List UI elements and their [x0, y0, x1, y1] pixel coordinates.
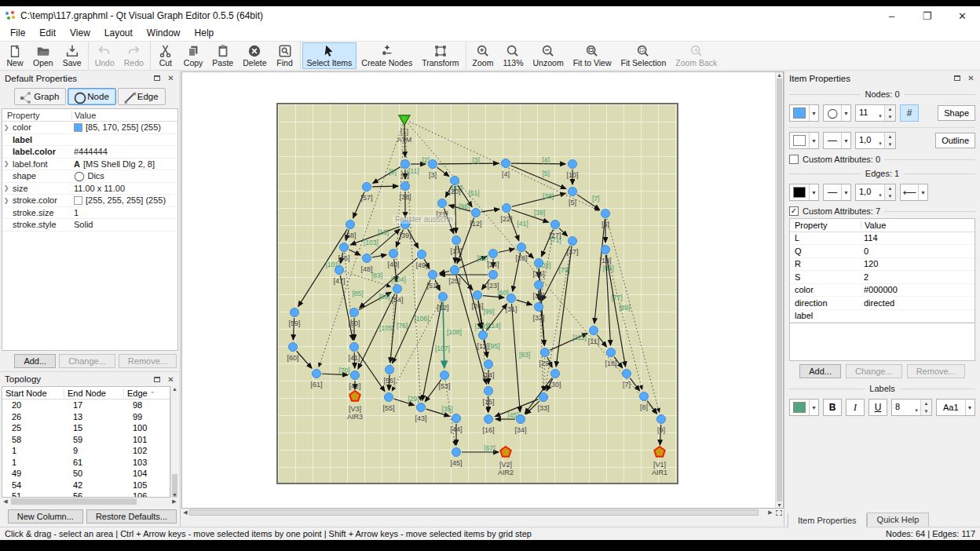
- property-row-stroke.size[interactable]: stroke.size 1: [2, 207, 177, 220]
- graph-edge[interactable]: [297, 351, 312, 368]
- graph-node[interactable]: [438, 199, 447, 208]
- topology-row[interactable]: 5442105: [2, 480, 170, 491]
- graph-edge[interactable]: [510, 166, 565, 189]
- graph-node[interactable]: [429, 160, 437, 169]
- node-size-spinner[interactable]: 11▾ ▲▼: [855, 104, 896, 122]
- toolbar-zoomback-button[interactable]: Zoom Back: [671, 42, 722, 69]
- graph-node[interactable]: [452, 448, 461, 457]
- italic-button[interactable]: I: [846, 399, 865, 416]
- graph-node[interactable]: [485, 415, 493, 424]
- label-size-spinner[interactable]: 8▾ ▲▼: [891, 399, 932, 416]
- edge-color-button[interactable]: ▼: [789, 184, 819, 201]
- restore-defaults-button[interactable]: Restore Defaults...: [86, 509, 177, 524]
- topology-row[interactable]: 5859101: [2, 434, 170, 446]
- toolbar-create-button[interactable]: Create Nodes: [357, 42, 417, 69]
- dock-close-button[interactable]: ✕: [165, 374, 177, 385]
- shape-menu-button[interactable]: Shape: [938, 105, 975, 121]
- graph-edge[interactable]: [607, 219, 660, 413]
- toolbar-paste-button[interactable]: Paste: [207, 42, 238, 69]
- dock-float-button[interactable]: [951, 73, 963, 83]
- graph-node[interactable]: [346, 221, 355, 229]
- graph-node[interactable]: [539, 393, 548, 402]
- menu-layout[interactable]: Layout: [97, 26, 140, 40]
- graph-node[interactable]: [535, 281, 543, 290]
- underline-button[interactable]: U: [868, 399, 887, 416]
- column-header-property[interactable]: Property: [2, 111, 71, 120]
- toolbar-copy-button[interactable]: Copy: [179, 42, 208, 69]
- edge-style-button[interactable]: —▼: [823, 184, 851, 201]
- graph-edge[interactable]: [481, 209, 499, 212]
- attr-col-property[interactable]: Property: [790, 221, 861, 230]
- dock-float-button[interactable]: [151, 73, 163, 83]
- graph-edge[interactable]: [340, 276, 353, 340]
- topology-row[interactable]: 4950104: [2, 468, 170, 480]
- graph-node[interactable]: [474, 291, 482, 300]
- graph-canvas[interactable]: [2][3][4][5][9][11][37][51][38][39][41][…: [276, 103, 678, 484]
- graph-node[interactable]: [452, 414, 461, 423]
- graph-node[interactable]: [551, 221, 560, 229]
- graph-node[interactable]: [507, 294, 516, 303]
- property-row-stroke.style[interactable]: stroke.style Solid: [2, 219, 177, 232]
- attribute-row-color[interactable]: color#000000: [790, 284, 975, 297]
- graph-edge[interactable]: [438, 163, 499, 164]
- graph-node[interactable]: [363, 183, 371, 192]
- change-property-button[interactable]: Change...: [59, 354, 115, 368]
- toolbar-select-button[interactable]: Select Items: [302, 42, 357, 69]
- bold-button[interactable]: B: [823, 399, 842, 416]
- node-color-button[interactable]: ▼: [789, 104, 819, 122]
- graph-edge[interactable]: [437, 167, 449, 176]
- graph-node[interactable]: [551, 370, 560, 378]
- graph-node[interactable]: [439, 293, 448, 301]
- node-outline-width-spinner[interactable]: 1,0▾ ▲▼: [855, 132, 896, 149]
- node-shape-button[interactable]: ◯▼: [823, 104, 851, 122]
- graph-node[interactable]: [452, 236, 461, 245]
- graph-node[interactable]: [569, 188, 577, 196]
- graph-edge[interactable]: [511, 163, 565, 164]
- restore-button[interactable]: ❐: [909, 6, 945, 25]
- remove-attribute-button[interactable]: Remove...: [907, 364, 965, 378]
- toolbar-save-button[interactable]: Save: [58, 42, 86, 69]
- graph-node[interactable]: [472, 209, 481, 217]
- toolbar-transform-button[interactable]: Transform: [417, 42, 463, 69]
- node-outline-style-button[interactable]: —▼: [823, 132, 851, 149]
- graph-edge[interactable]: [607, 255, 642, 390]
- property-row-label.color[interactable]: label.color #444444: [2, 146, 177, 159]
- topology-row[interactable]: 201798: [2, 400, 170, 411]
- graph-node[interactable]: [654, 447, 664, 457]
- toolbar-find-button[interactable]: Find: [272, 42, 298, 69]
- attribute-row-L[interactable]: L114: [790, 232, 975, 246]
- graph-node[interactable]: [418, 250, 426, 259]
- topology-vscrollbar[interactable]: ▲ ▼: [170, 386, 178, 498]
- topology-col-edge[interactable]: Edge ⌃: [123, 389, 170, 398]
- graph-view[interactable]: [2][3][4][5][9][11][37][51][38][39][41][…: [181, 71, 784, 509]
- minimize-button[interactable]: –: [874, 6, 909, 25]
- graph-node[interactable]: [393, 285, 402, 294]
- add-attribute-button[interactable]: Add...: [799, 364, 841, 378]
- toolbar-delete-button[interactable]: Delete: [238, 42, 271, 69]
- graph-edge[interactable]: [408, 123, 657, 414]
- graph-node[interactable]: [517, 243, 526, 252]
- dock-tab-item-properties[interactable]: Item Properties: [788, 513, 867, 527]
- graph-edge[interactable]: [372, 186, 398, 187]
- graph-node[interactable]: [485, 360, 493, 369]
- graph-node[interactable]: [569, 237, 577, 246]
- add-property-button[interactable]: Add...: [14, 354, 56, 368]
- graph-node[interactable]: [363, 254, 371, 263]
- topology-hscrollbar[interactable]: ◀ ▶: [2, 498, 178, 505]
- attribute-row-label[interactable]: label: [790, 310, 975, 323]
- graph-node[interactable]: [401, 160, 410, 169]
- topology-row[interactable]: 5156106: [2, 491, 170, 498]
- toolbar-new-button[interactable]: New: [2, 42, 28, 69]
- label-color-button[interactable]: ▼: [789, 399, 819, 416]
- graph-node[interactable]: [489, 250, 498, 258]
- graph-node[interactable]: [451, 266, 459, 275]
- graph-edge[interactable]: [499, 249, 514, 253]
- graph-node[interactable]: [623, 370, 631, 378]
- property-row-label.font[interactable]: ❯ label.font A[MS Shell Dlg 2, 8]: [2, 159, 177, 171]
- graph-node[interactable]: [517, 415, 525, 424]
- topology-row[interactable]: 161103: [2, 457, 170, 469]
- graph-node[interactable]: [640, 392, 649, 401]
- attr-col-value[interactable]: Value: [861, 221, 975, 230]
- graph-node[interactable]: [429, 271, 437, 279]
- toolbar-fitview-button[interactable]: Fit to View: [569, 42, 616, 69]
